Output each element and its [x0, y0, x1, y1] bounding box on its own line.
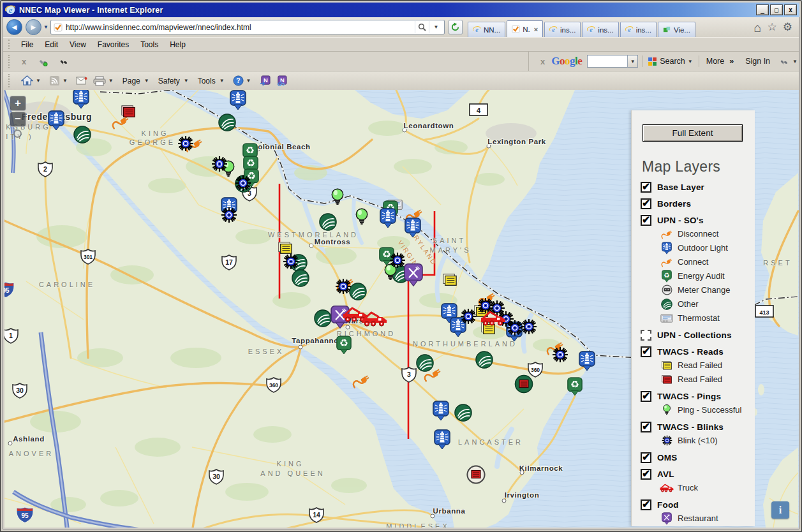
help-caret[interactable]: ▼ — [246, 78, 251, 84]
menu-help[interactable]: Help — [164, 39, 191, 50]
close-toolbar-icon[interactable]: x — [22, 57, 26, 66]
outdoor-light-marker-icon[interactable] — [405, 218, 421, 240]
blink-marker-icon[interactable] — [335, 278, 352, 297]
restaurant-marker-icon[interactable] — [404, 263, 423, 290]
menu-view[interactable]: View — [64, 39, 92, 50]
print-icon[interactable] — [93, 76, 106, 86]
layer-checkbox[interactable]: ✔ — [641, 422, 651, 432]
info-button[interactable]: i — [771, 501, 789, 519]
more-chevrons[interactable]: » — [729, 57, 734, 66]
help-icon[interactable]: ? — [233, 75, 244, 86]
onenote-linked-notes-icon[interactable]: N — [276, 75, 287, 86]
onenote-send-icon[interactable]: N — [260, 75, 271, 86]
search-icon[interactable] — [415, 21, 429, 33]
truck-marker-icon[interactable] — [480, 310, 506, 329]
home-caret[interactable]: ▼ — [36, 78, 41, 84]
redbook-green-marker-icon[interactable] — [514, 374, 533, 396]
layer-checkbox[interactable] — [641, 330, 651, 341]
blink-marker-icon[interactable] — [211, 156, 228, 175]
zoom-out-button[interactable]: − — [10, 112, 26, 127]
print-caret[interactable]: ▼ — [108, 78, 114, 84]
feeds-icon[interactable] — [49, 75, 60, 86]
browser-tab-2[interactable]: eins... — [544, 22, 581, 37]
feeds-caret[interactable]: ▼ — [63, 78, 68, 84]
other-marker-icon[interactable] — [319, 213, 337, 233]
google-sign-in-button[interactable]: Sign In — [745, 57, 770, 66]
google-search-box[interactable]: ▼ — [587, 55, 638, 68]
other-marker-icon[interactable] — [218, 114, 236, 134]
page-menu[interactable]: Page — [123, 77, 140, 85]
layer-checkbox[interactable]: ✔ — [641, 346, 651, 357]
other-marker-icon[interactable] — [454, 404, 472, 424]
outdoor-light-marker-icon[interactable] — [230, 90, 246, 113]
layer-checkbox[interactable]: ✔ — [641, 391, 651, 402]
home-icon[interactable]: ⌂ — [754, 21, 761, 34]
address-dropdown-caret[interactable]: ▼ — [429, 21, 443, 33]
ping-marker-icon[interactable] — [330, 188, 345, 209]
safety-caret[interactable]: ▼ — [184, 78, 189, 84]
page-caret[interactable]: ▼ — [144, 78, 149, 84]
browser-tab-5[interactable]: Vie... — [658, 22, 695, 37]
tab-close-icon[interactable]: × — [534, 26, 538, 33]
google-search-button[interactable]: Search — [660, 57, 685, 66]
read-mail-icon[interactable] — [76, 77, 87, 85]
ping-marker-icon[interactable] — [355, 207, 369, 229]
energy-marker-icon[interactable] — [336, 336, 352, 357]
full-extent-button[interactable]: Full Extent — [642, 124, 743, 142]
browser-tab-0[interactable]: eNN... — [468, 22, 505, 37]
compass-icon[interactable] — [13, 129, 22, 138]
outdoor-light-marker-icon[interactable] — [433, 401, 449, 424]
menu-favorites[interactable]: Favorites — [92, 39, 135, 50]
minimize-button[interactable]: _ — [756, 4, 769, 15]
menu-edit[interactable]: Edit — [39, 39, 64, 50]
truck-marker-icon[interactable] — [362, 311, 387, 330]
browser-tab-3[interactable]: eins... — [582, 22, 618, 37]
blink-marker-icon[interactable] — [221, 207, 237, 226]
recent-pages-caret[interactable]: ▼ — [43, 24, 48, 30]
menu-tools[interactable]: Tools — [135, 39, 164, 50]
book-yellow-marker-icon[interactable] — [442, 273, 458, 290]
layer-checkbox[interactable]: ✔ — [641, 198, 651, 209]
layer-checkbox[interactable]: ✔ — [641, 499, 651, 510]
blink-marker-icon[interactable] — [177, 135, 194, 154]
addon-wrench-icon[interactable] — [59, 57, 68, 66]
layer-checkbox[interactable]: ✔ — [641, 182, 651, 193]
tools-menu[interactable]: Tools — [198, 77, 216, 85]
layer-checkbox[interactable]: ✔ — [641, 215, 651, 226]
outdoor-light-marker-icon[interactable] — [48, 110, 64, 133]
outdoor-light-marker-icon[interactable] — [380, 208, 396, 231]
refresh-compatibility-button[interactable] — [449, 20, 463, 34]
toolbar-grip[interactable] — [8, 40, 11, 49]
book-red-marker-icon[interactable] — [120, 105, 137, 121]
settings-gear-icon[interactable]: ⚙ — [783, 22, 792, 33]
plug-marker-icon[interactable] — [424, 366, 442, 386]
google-toolbar-caret[interactable]: ▼ — [792, 59, 798, 64]
close-google-toolbar-icon[interactable]: x — [540, 57, 545, 66]
other-marker-icon[interactable] — [73, 126, 91, 146]
google-more-button[interactable]: More — [706, 57, 724, 66]
browser-tab-4[interactable]: eins... — [620, 22, 657, 37]
favorites-star-icon[interactable]: ☆ — [768, 22, 777, 33]
url-text[interactable]: http://www.insidennec.com/mapviewer/nnec… — [66, 23, 415, 32]
layer-checkbox[interactable]: ✔ — [641, 469, 651, 480]
blink-marker-icon[interactable] — [521, 318, 537, 337]
menu-file[interactable]: File — [15, 39, 39, 50]
outdoor-light-marker-icon[interactable] — [434, 429, 450, 452]
map-viewport[interactable]: ICKSBURGCITY )KINGGEORGEWESTMORELANDSAIN… — [4, 90, 799, 528]
blink-marker-icon[interactable] — [552, 346, 568, 366]
outdoor-light-marker-icon[interactable] — [579, 351, 595, 374]
home-page-icon[interactable] — [21, 75, 33, 86]
energy-marker-icon[interactable] — [567, 377, 583, 399]
plug-marker-icon[interactable] — [352, 372, 370, 392]
close-button[interactable]: x — [784, 4, 797, 15]
toolbar-grip[interactable] — [8, 55, 11, 68]
google-settings-wrench-icon[interactable] — [779, 57, 789, 66]
addon-tool-icon[interactable] — [38, 56, 48, 67]
blink-marker-icon[interactable] — [460, 308, 477, 327]
forward-button[interactable]: ► — [26, 19, 41, 35]
outdoor-light-marker-icon[interactable] — [73, 90, 89, 112]
layer-checkbox[interactable]: ✔ — [641, 452, 651, 463]
search-options-caret[interactable]: ▼ — [688, 59, 693, 64]
zoom-in-button[interactable]: + — [10, 96, 26, 111]
toolbar-grip[interactable] — [8, 74, 11, 87]
